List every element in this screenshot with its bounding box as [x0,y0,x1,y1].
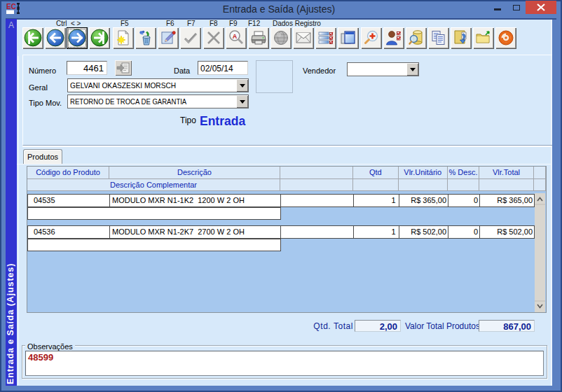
svg-text:A: A [232,33,237,40]
svg-text:EC: EC [6,3,16,10]
